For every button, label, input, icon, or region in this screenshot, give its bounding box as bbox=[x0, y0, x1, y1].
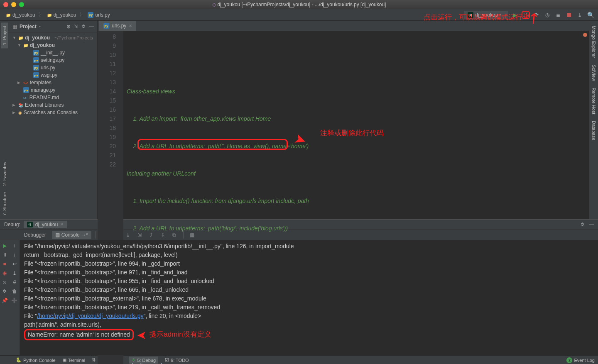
error-indicator-icon[interactable] bbox=[583, 33, 587, 37]
editor-tabs: urls.py ✕ bbox=[98, 21, 589, 31]
attach-button[interactable]: ≣ bbox=[554, 11, 562, 19]
close-window-icon[interactable] bbox=[3, 2, 8, 7]
folder-icon bbox=[47, 12, 52, 18]
search-icon: 🔍 bbox=[587, 12, 594, 18]
close-tab-icon[interactable]: ✕ bbox=[129, 24, 132, 28]
breadcrumb-item[interactable]: dj_youkou bbox=[3, 11, 38, 19]
annotation-comment-line: 注释或删除此行代码 bbox=[320, 129, 384, 138]
python-file-icon bbox=[103, 23, 109, 29]
close-session-icon[interactable]: ✕ bbox=[60, 222, 64, 227]
tree-project-root[interactable]: ▼dj_youkou ~/PycharmProjects bbox=[9, 34, 97, 42]
update-running-button[interactable]: ⤓ bbox=[576, 11, 584, 19]
soft-wrap-icon[interactable]: ↩ bbox=[12, 261, 17, 267]
print-icon[interactable]: 🖨 bbox=[12, 279, 17, 285]
tree-file[interactable]: urls.py bbox=[9, 64, 97, 71]
arrow-icon: ➤ bbox=[137, 331, 147, 340]
clear-icon[interactable]: 🗑 bbox=[12, 288, 17, 294]
python-file-icon bbox=[33, 57, 39, 63]
right-tool-strip: Mongo Explorer SciView Remote Host Datab… bbox=[589, 21, 598, 219]
transfer-icon: ⇅ bbox=[92, 357, 96, 363]
settings-icon[interactable]: ✲ bbox=[81, 24, 86, 29]
tree-file[interactable]: settings.py bbox=[9, 56, 97, 64]
traceback-link[interactable]: /home/pyvip/dj_youkou/dj_youkou/urls.py bbox=[37, 313, 143, 319]
tree-scratches[interactable]: ▶Scratches and Consoles bbox=[9, 109, 97, 116]
console-tab[interactable]: ▤Console →* bbox=[52, 231, 91, 239]
editor-area: urls.py ✕ 8910111213141516171819202122 C… bbox=[98, 21, 589, 219]
debug-run-controls: ▶ ⏸ ■ ◉ ⦸ ✲ 📌 bbox=[0, 240, 9, 355]
chevron-down-icon[interactable]: ▾ bbox=[39, 24, 41, 28]
hide-panel-icon[interactable]: — bbox=[89, 24, 94, 29]
view-breakpoints-icon[interactable]: ◉ bbox=[2, 270, 7, 276]
debug-panel-title: Debug: bbox=[4, 222, 20, 227]
zoom-window-icon[interactable] bbox=[19, 2, 24, 7]
profile-button[interactable]: ◷ bbox=[543, 11, 551, 19]
sciview-tab[interactable]: SciView bbox=[591, 61, 597, 84]
down-stack-icon[interactable]: ↓ bbox=[13, 252, 16, 258]
resume-icon[interactable]: ⏸ bbox=[2, 252, 7, 258]
panel-title: Project bbox=[20, 24, 37, 29]
left-tool-strip: 1: Project 2: Favorites 7: Structure bbox=[0, 21, 9, 219]
breadcrumb[interactable]: dj_youkou 〉 dj_youkou 〉 urls.py bbox=[3, 11, 113, 19]
tree-file[interactable]: wsgi.py bbox=[9, 71, 97, 79]
tree-file[interactable]: manage.py bbox=[9, 86, 97, 94]
scroll-end-icon[interactable]: ⤓ bbox=[12, 270, 17, 276]
minimize-window-icon[interactable] bbox=[11, 2, 16, 7]
debug-session-tab[interactable]: dj_youkou ✕ bbox=[24, 221, 67, 228]
templates-folder-icon bbox=[23, 81, 28, 85]
project-tool-window: ▦ Project ▾ ⊕ ⇲ ✲ — ▼dj_youkou ~/Pycharm… bbox=[9, 21, 98, 219]
project-tree[interactable]: ▼dj_youkou ~/PycharmProjects ▼dj_youkou … bbox=[9, 32, 97, 219]
database-tab[interactable]: Database bbox=[591, 117, 597, 144]
folder-icon bbox=[6, 12, 11, 18]
hide-panel-icon[interactable]: — bbox=[589, 222, 594, 227]
annotation-admin-undefined: 提示admin没有定义 bbox=[150, 330, 211, 338]
collapse-all-icon[interactable]: ⇲ bbox=[74, 24, 78, 29]
python-file-icon bbox=[33, 50, 39, 56]
library-icon bbox=[18, 102, 23, 108]
annotation-run-debug: 点击运行，可以以调试模式运行 bbox=[424, 12, 522, 22]
pin-icon[interactable]: 📌 bbox=[2, 298, 8, 303]
python-file-icon bbox=[33, 72, 39, 78]
chevron-right-icon: 〉 bbox=[79, 11, 84, 18]
up-stack-icon[interactable]: ↑ bbox=[13, 243, 16, 249]
scratches-icon bbox=[18, 110, 22, 115]
debug-console-output[interactable]: File "/home/pyvip/.virtualenvs/youkou_en… bbox=[20, 240, 598, 355]
mongo-explorer-tab[interactable]: Mongo Explorer bbox=[591, 22, 597, 61]
tree-package[interactable]: ▼dj_youkou bbox=[9, 42, 97, 49]
editor-tab-urls[interactable]: urls.py ✕ bbox=[99, 21, 136, 31]
python-file-icon bbox=[33, 65, 39, 71]
stop-button[interactable] bbox=[565, 11, 573, 19]
folder-icon bbox=[18, 35, 23, 41]
debug-frame-controls: ↑ ↓ ↩ ⤓ 🖨 🗑 ➕ bbox=[9, 240, 20, 355]
debugger-tab[interactable]: Debugger bbox=[21, 231, 49, 239]
folder-icon bbox=[23, 42, 28, 48]
structure-tool-tab[interactable]: 7: Structure bbox=[1, 189, 8, 219]
terminal-tab[interactable]: ▣Terminal bbox=[62, 357, 86, 363]
project-view-icon: ▦ bbox=[12, 24, 17, 29]
window-titlebar: ◇dj_youkou [~/PycharmProjects/dj_youkou]… bbox=[0, 0, 598, 9]
locate-icon[interactable]: ⊕ bbox=[66, 24, 71, 29]
window-title: ◇dj_youkou [~/PycharmProjects/dj_youkou]… bbox=[212, 2, 386, 7]
new-watch-icon[interactable]: ➕ bbox=[11, 298, 17, 303]
highlight-box-error: NameError: name 'admin' is not defined bbox=[24, 329, 134, 340]
tree-folder[interactable]: ▶templates bbox=[9, 79, 97, 86]
breadcrumb-item[interactable]: urls.py bbox=[85, 11, 112, 19]
settings-console-icon[interactable]: ✲ bbox=[2, 288, 7, 294]
python-file-icon bbox=[88, 12, 93, 18]
tree-file[interactable]: README.md bbox=[9, 94, 97, 101]
breadcrumb-item[interactable]: dj_youkou bbox=[44, 11, 79, 19]
remote-host-tab[interactable]: Remote Host bbox=[591, 84, 597, 117]
stop-icon[interactable]: ■ bbox=[3, 261, 6, 267]
chevron-right-icon: 〉 bbox=[39, 11, 44, 18]
window-controls bbox=[3, 2, 24, 7]
favorites-tool-tab[interactable]: 2: Favorites bbox=[1, 159, 8, 189]
tree-external-libraries[interactable]: ▶External Libraries bbox=[9, 101, 97, 109]
rerun-icon[interactable]: ▶ bbox=[3, 243, 7, 249]
python-console-tab[interactable]: 🐍Python Console bbox=[16, 357, 56, 363]
python-icon: 🐍 bbox=[16, 357, 22, 363]
editor-tab-label: urls.py bbox=[112, 23, 126, 29]
tree-file[interactable]: __init__.py bbox=[9, 49, 97, 56]
python-file-icon bbox=[23, 87, 29, 93]
search-everywhere-button[interactable]: 🔍 bbox=[586, 11, 595, 19]
mute-breakpoints-icon[interactable]: ⦸ bbox=[3, 279, 6, 285]
project-tool-tab[interactable]: 1: Project bbox=[1, 22, 8, 48]
